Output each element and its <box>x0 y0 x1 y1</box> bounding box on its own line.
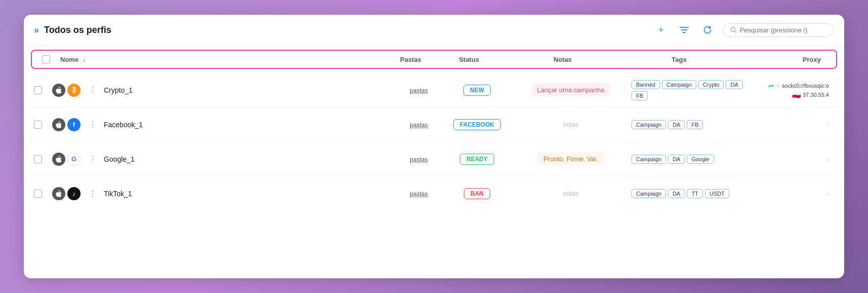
apple-icon <box>52 187 65 200</box>
row-folders[interactable]: pastas <box>393 86 444 95</box>
row-status: NEW <box>444 85 510 96</box>
proxy-loader-icon: ○ <box>776 82 780 89</box>
tag[interactable]: Campaign <box>632 189 666 198</box>
proxy-info: ⇌ ○ socks5://fbxusqic:e 🇵🇱 37.30.55.4 <box>743 82 829 99</box>
row-folders[interactable]: pastas <box>393 155 444 164</box>
table-body: ₿ ⋮ Crypto_1 pastas NEW Lançar uma campa… <box>24 73 844 211</box>
header-check[interactable] <box>42 55 60 63</box>
profile-name: Google_1 <box>104 155 135 163</box>
apple-icon <box>52 118 65 131</box>
proxy-address: socks5://fbxusqic:e <box>782 83 829 89</box>
row-checkbox[interactable] <box>34 155 52 163</box>
folders-text[interactable]: pastas <box>410 122 427 129</box>
row-status: READY <box>444 154 510 165</box>
header: » Todos os perfis + <box>24 15 844 46</box>
note-text: Lançar uma campanha <box>531 83 611 97</box>
proxy-arrow-icon: ⇌ <box>768 82 774 90</box>
tag[interactable]: FB <box>632 91 648 100</box>
col-folders-header: Pastas <box>385 55 436 64</box>
tag[interactable]: Campaign <box>632 120 666 129</box>
search-input[interactable] <box>740 26 826 34</box>
svg-line-4 <box>735 31 736 32</box>
proxy-info: - <box>743 122 829 128</box>
status-badge: READY <box>460 154 494 165</box>
apple-icon <box>52 84 65 97</box>
profile-icons: ♪ <box>52 187 81 200</box>
row-menu-button[interactable]: ⋮ <box>87 85 99 95</box>
row-tags: BannedCampaignCryptoDAFB <box>632 80 743 100</box>
profile-icons: f <box>52 118 81 131</box>
status-badge: NEW <box>463 85 491 96</box>
tag[interactable]: Google <box>687 155 714 164</box>
apple-icon <box>52 153 65 166</box>
bitcoin-icon: ₿ <box>67 84 81 97</box>
tag[interactable]: DA <box>726 80 742 89</box>
row-name-col: f ⋮ Facebook_1 <box>52 118 393 131</box>
google-icon: G <box>67 153 81 166</box>
row-notes: notas <box>510 190 632 197</box>
status-badge: BAN <box>464 188 490 199</box>
tag[interactable]: Campaign <box>632 155 666 164</box>
tag[interactable]: DA <box>668 155 685 164</box>
header-actions: + <box>653 22 834 38</box>
row-checkbox[interactable] <box>34 86 52 94</box>
tag[interactable]: TT <box>687 189 702 198</box>
folders-text[interactable]: pastas <box>410 191 427 198</box>
row-status: BAN <box>444 188 510 199</box>
filter-button[interactable] <box>676 22 692 38</box>
tag[interactable]: Banned <box>632 80 660 89</box>
row-folders[interactable]: pastas <box>393 189 444 198</box>
proxy-info: - <box>743 156 829 162</box>
row-notes: Pronto. Firme. Vai. <box>510 152 632 166</box>
search-icon <box>730 26 737 33</box>
row-proxy: - <box>743 191 834 197</box>
row-proxy: - <box>743 122 834 128</box>
expand-icon[interactable]: » <box>34 25 39 35</box>
tag[interactable]: DA <box>668 120 685 129</box>
row-checkbox[interactable] <box>34 121 52 129</box>
row-name-col: ₿ ⋮ Crypto_1 <box>52 84 393 97</box>
search-box[interactable] <box>723 23 834 37</box>
profile-name: Crypto_1 <box>104 86 133 94</box>
row-menu-button[interactable]: ⋮ <box>87 120 99 129</box>
row-proxy: ⇌ ○ socks5://fbxusqic:e 🇵🇱 37.30.55.4 <box>743 82 834 99</box>
header-left: » Todos os perfis <box>34 25 653 35</box>
row-checkbox[interactable] <box>34 190 52 198</box>
note-text: Pronto. Firme. Vai. <box>537 152 604 166</box>
col-tags-header: Tags <box>623 55 735 64</box>
tag[interactable]: Crypto <box>698 80 724 89</box>
col-name-header: Nome ↓ <box>60 55 385 64</box>
profile-icons: ₿ <box>52 84 81 97</box>
row-tags: CampaignDATTUSDT <box>632 189 743 198</box>
table-header: Nome ↓ Pastas Status Notas Tags Proxy <box>31 50 837 69</box>
sort-icon: ↓ <box>83 56 86 63</box>
col-notes-header: Notas <box>502 55 623 64</box>
refresh-button[interactable] <box>699 22 716 38</box>
table-row: G ⋮ Google_1 pastas READY Pronto. Firme.… <box>24 142 844 176</box>
row-notes: notas <box>510 121 632 128</box>
col-proxy-header: Proxy <box>735 55 826 64</box>
tag[interactable]: FB <box>687 120 703 129</box>
tag[interactable]: Campaign <box>662 80 696 89</box>
row-menu-button[interactable]: ⋮ <box>87 154 99 164</box>
main-card: » Todos os perfis + Nome ↓ Pastas <box>24 15 844 278</box>
row-menu-button[interactable]: ⋮ <box>87 189 99 199</box>
row-tags: CampaignDAFB <box>632 120 743 129</box>
profile-name: TikTok_1 <box>104 190 132 198</box>
flag-icon: 🇵🇱 <box>792 91 801 99</box>
folders-text[interactable]: pastas <box>410 87 427 94</box>
tag[interactable]: USDT <box>705 189 729 198</box>
note-text: notas <box>563 121 578 128</box>
note-text: notas <box>563 190 578 197</box>
row-proxy: - <box>743 156 834 162</box>
add-button[interactable]: + <box>653 22 669 38</box>
folders-text[interactable]: pastas <box>410 156 427 163</box>
proxy-ip: 37.30.55.4 <box>803 92 829 98</box>
row-notes: Lançar uma campanha <box>510 83 632 97</box>
row-folders[interactable]: pastas <box>393 120 444 129</box>
table-row: ♪ ⋮ TikTok_1 pastas BAN notas CampaignDA… <box>24 176 844 211</box>
table-row: ₿ ⋮ Crypto_1 pastas NEW Lançar uma campa… <box>24 73 844 107</box>
table-row: f ⋮ Facebook_1 pastas FACEBOOK notas Cam… <box>24 107 844 142</box>
col-status-header: Status <box>436 55 502 64</box>
tag[interactable]: DA <box>668 189 685 198</box>
